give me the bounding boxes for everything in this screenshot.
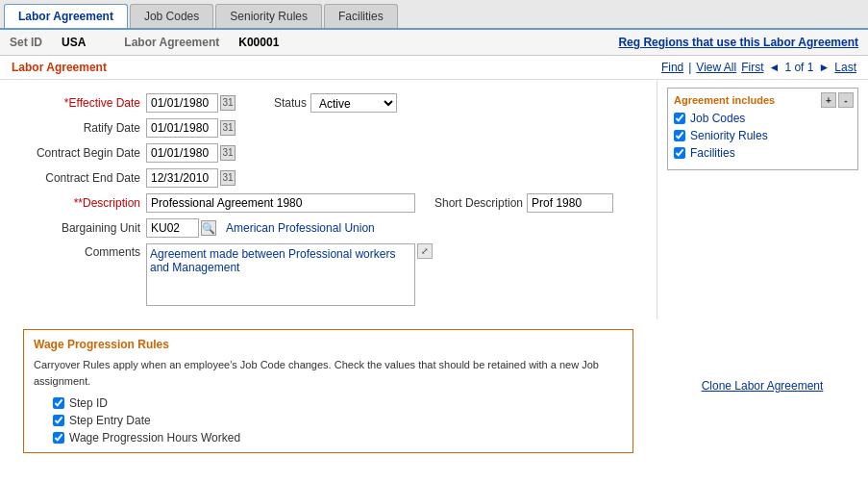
step-entry-date-row: Step Entry Date xyxy=(53,414,623,427)
tab-bar: Labor Agreement Job Codes Seniority Rule… xyxy=(0,0,868,30)
seniority-rules-label: Seniority Rules xyxy=(690,129,768,142)
form-panel: *Effective Date 31 Status Active Inactiv… xyxy=(0,80,657,319)
agreement-includes-job-codes: Job Codes xyxy=(674,112,852,125)
effective-date-label: *Effective Date xyxy=(12,96,146,110)
bargaining-unit-search-icon[interactable]: 🔍 xyxy=(201,220,216,236)
step-id-label: Step ID xyxy=(69,396,108,410)
contract-end-input[interactable] xyxy=(146,168,218,188)
status-label: Status xyxy=(274,96,307,110)
page-info: 1 of 1 xyxy=(784,61,813,74)
labor-agreement-label: Labor Agreement xyxy=(124,36,219,49)
step-entry-date-checkbox[interactable] xyxy=(53,415,64,426)
agreement-includes-facilities: Facilities xyxy=(674,146,852,160)
wage-progression-description: Carryover Rules apply when an employee's… xyxy=(34,357,623,389)
first-label[interactable]: First xyxy=(741,61,763,74)
right-panel: + - Agreement includes Job Codes Seniori… xyxy=(657,80,868,319)
header-bar: Set ID USA Labor Agreement K00001 Reg Re… xyxy=(0,30,868,56)
contract-begin-input[interactable] xyxy=(146,143,218,163)
reg-regions-link[interactable]: Reg Regions that use this Labor Agreemen… xyxy=(618,36,858,49)
effective-date-input[interactable] xyxy=(146,93,218,113)
set-id-label: Set ID xyxy=(10,36,42,49)
description-label: *Description xyxy=(12,196,146,210)
tab-job-codes[interactable]: Job Codes xyxy=(130,4,213,28)
agreement-includes-box: + - Agreement includes Job Codes Seniori… xyxy=(667,88,858,170)
tab-seniority-rules[interactable]: Seniority Rules xyxy=(215,4,322,28)
facilities-checkbox[interactable] xyxy=(674,147,685,159)
find-link[interactable]: Find xyxy=(661,61,683,74)
comments-label: Comments xyxy=(12,243,146,259)
status-select[interactable]: Active Inactive xyxy=(310,93,397,113)
wage-progression-box: Wage Progression Rules Carryover Rules a… xyxy=(23,329,633,453)
wage-progression-hours-row: Wage Progression Hours Worked xyxy=(53,431,623,445)
contract-begin-calendar-icon[interactable]: 31 xyxy=(220,145,236,161)
bargaining-unit-name: American Professional Union xyxy=(226,221,375,235)
bargaining-unit-label: Bargaining Unit xyxy=(12,221,146,235)
view-all-link[interactable]: View All xyxy=(696,61,736,74)
facilities-label: Facilities xyxy=(690,146,735,160)
remove-item-button[interactable]: - xyxy=(838,92,854,108)
ratify-date-input[interactable] xyxy=(146,118,218,138)
status-section: Status Active Inactive xyxy=(274,93,397,113)
ai-controls: + - xyxy=(821,92,854,108)
step-id-row: Step ID xyxy=(53,396,623,410)
description-input[interactable] xyxy=(146,193,415,213)
job-codes-checkbox[interactable] xyxy=(674,113,685,124)
tab-facilities[interactable]: Facilities xyxy=(324,4,398,28)
contract-end-calendar-icon[interactable]: 31 xyxy=(220,170,236,186)
agreement-includes-seniority-rules: Seniority Rules xyxy=(674,129,852,142)
step-id-checkbox[interactable] xyxy=(53,397,64,409)
clone-labor-agreement-link[interactable]: Clone Labor Agreement xyxy=(702,379,824,393)
job-codes-label: Job Codes xyxy=(690,112,745,125)
contract-end-label: Contract End Date xyxy=(12,171,146,185)
expand-comments-icon[interactable]: ⤢ xyxy=(417,243,433,259)
short-description-label: Short Description xyxy=(434,196,523,210)
bargaining-unit-input[interactable] xyxy=(146,218,199,238)
find-bar: Find | View All First ◄ 1 of 1 ► Last xyxy=(661,61,856,74)
section-title: Labor Agreement xyxy=(12,61,107,74)
tab-labor-agreement[interactable]: Labor Agreement xyxy=(4,4,128,28)
set-id-value: USA xyxy=(62,36,86,49)
step-entry-date-label: Step Entry Date xyxy=(69,414,151,427)
short-description-input[interactable] xyxy=(527,193,613,213)
wage-progression-hours-label: Wage Progression Hours Worked xyxy=(69,431,240,445)
add-item-button[interactable]: + xyxy=(821,92,836,108)
comments-textarea[interactable]: Agreement made between Professional work… xyxy=(146,243,415,306)
effective-date-calendar-icon[interactable]: 31 xyxy=(220,95,236,111)
contract-begin-label: Contract Begin Date xyxy=(12,146,146,160)
wage-progression-hours-checkbox[interactable] xyxy=(53,432,64,444)
ratify-date-calendar-icon[interactable]: 31 xyxy=(220,120,236,136)
wage-progression-checkboxes: Step ID Step Entry Date Wage Progression… xyxy=(34,396,623,445)
wage-progression-title: Wage Progression Rules xyxy=(34,338,623,351)
labor-agreement-value: K00001 xyxy=(238,36,279,49)
ratify-date-label: Ratify Date xyxy=(12,121,146,135)
last-label[interactable]: Last xyxy=(834,61,856,74)
seniority-rules-checkbox[interactable] xyxy=(674,130,685,141)
